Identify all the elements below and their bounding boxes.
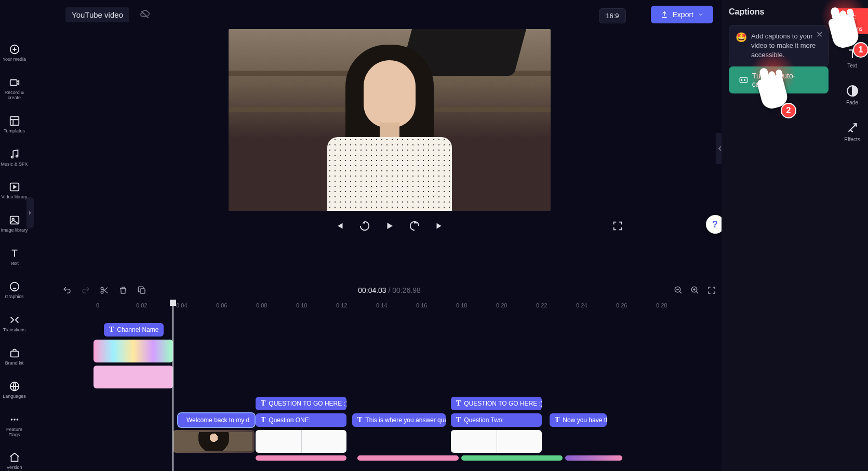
smiley-icon: 🤩: [736, 32, 747, 60]
redo-button[interactable]: [81, 286, 90, 295]
text-clip-answer[interactable]: T This is where you answer quest: [352, 413, 446, 427]
audio-clip-3[interactable]: [461, 455, 563, 461]
cloud-sync-icon: [140, 9, 150, 20]
fade-icon: [846, 84, 859, 98]
svg-point-13: [16, 419, 18, 421]
forward-button[interactable]: [409, 220, 420, 232]
cc-icon: [739, 76, 748, 84]
svg-point-11: [10, 419, 12, 421]
video-clip-thumb-1[interactable]: [173, 430, 255, 453]
duplicate-button[interactable]: [137, 286, 146, 295]
play-button[interactable]: [384, 220, 395, 232]
clip-label: Channel Name: [117, 326, 158, 333]
text-icon: T: [261, 399, 265, 408]
sidebar-expand-handle[interactable]: [26, 197, 34, 228]
split-button[interactable]: [100, 286, 109, 295]
fullscreen-button[interactable]: [612, 220, 623, 232]
sidebar-label: Record & create: [0, 90, 29, 101]
layout-icon: [9, 115, 20, 127]
text-clip-question-heading-1[interactable]: T QUESTION TO GO HERE :): [256, 397, 346, 410]
skip-previous-button[interactable]: [334, 220, 345, 232]
globe-icon: [9, 381, 20, 392]
sidebar-label: Feature Flags: [0, 427, 29, 438]
camera-icon: [9, 77, 20, 88]
video-preview[interactable]: [229, 29, 551, 211]
sidebar-label: Templates: [4, 129, 25, 134]
right-tab-captions[interactable]: CC Captions 1: [836, 8, 868, 34]
audio-clip-1[interactable]: [256, 455, 346, 461]
sidebar-music-sfx[interactable]: Music & SFX: [0, 146, 29, 169]
upload-icon: [660, 10, 669, 19]
sidebar-image-library[interactable]: Image library: [0, 212, 29, 235]
sidebar-record-create[interactable]: Record & create: [0, 75, 29, 103]
text-clip-q1[interactable]: T Question ONE:: [256, 413, 346, 427]
sidebar-label: Video library: [2, 195, 28, 200]
right-tab-label: Text: [847, 63, 857, 69]
svg-point-4: [16, 155, 18, 157]
turn-on-auto-captions-button[interactable]: Turn on auto-captions 2: [729, 66, 829, 93]
svg-rect-1: [10, 79, 17, 85]
zoom-fit-button[interactable]: [707, 286, 716, 295]
sidebar-label: Graphics: [5, 294, 23, 300]
chevron-down-icon: [698, 11, 704, 18]
auto-captions-label: Turn on auto-captions: [752, 72, 818, 88]
time-display: 00:04.03 / 00:26.98: [358, 286, 421, 294]
text-clip-q2[interactable]: T Question Two:: [451, 413, 542, 427]
sidebar-video-library[interactable]: Video library: [0, 179, 29, 202]
right-tab-label: Effects: [844, 137, 860, 142]
audio-clip-2[interactable]: [357, 455, 459, 461]
audio-clip-4[interactable]: [565, 455, 622, 461]
music-icon: [9, 149, 20, 160]
tag-icon: [9, 452, 20, 463]
text-clip-now[interactable]: T Now you have th: [550, 413, 607, 427]
dots-icon: [9, 414, 20, 425]
zoom-in-button[interactable]: [690, 286, 700, 295]
right-tab-text[interactable]: Text: [836, 45, 868, 71]
sidebar-text[interactable]: Text: [0, 246, 29, 268]
video-clip-white-2[interactable]: [451, 430, 542, 453]
sidebar-version[interactable]: Version 2b2ecd6: [0, 450, 29, 471]
captions-tip-card: 🤩 Add captions to your video to make it …: [729, 25, 829, 67]
sidebar-brand-kit[interactable]: Brand kit: [0, 345, 29, 368]
rewind-button[interactable]: [359, 220, 370, 232]
aspect-ratio-badge[interactable]: 16:9: [599, 8, 625, 23]
clip-label: Now you have th: [563, 416, 607, 424]
text-icon: T: [357, 416, 362, 424]
text-clip-welcome[interactable]: Welcome back to my d: [178, 413, 255, 427]
sidebar-label: Music & SFX: [1, 162, 28, 167]
sidebar-graphics[interactable]: Graphics: [0, 279, 29, 302]
close-tip-button[interactable]: ✕: [814, 30, 824, 39]
export-label: Export: [673, 10, 693, 19]
transitions-icon: [9, 314, 20, 326]
video-clip-holo[interactable]: [94, 340, 173, 362]
sidebar-feature-flags[interactable]: Feature Flags: [0, 412, 29, 440]
sidebar-your-media[interactable]: Your media: [0, 42, 29, 64]
text-icon: T: [456, 416, 461, 424]
sidebar-label: Text: [10, 261, 19, 266]
briefcase-icon: [9, 347, 20, 359]
sidebar-templates[interactable]: Templates: [0, 113, 29, 136]
zoom-out-button[interactable]: [674, 286, 683, 295]
clip-label: This is where you answer quest: [365, 416, 446, 424]
timeline-ruler[interactable]: 0 0:02 0:04 0:06 0:08 0:10 0:12 0:14 0:1…: [57, 300, 722, 311]
playhead[interactable]: [172, 300, 173, 471]
right-tab-fade[interactable]: Fade: [836, 82, 868, 107]
text-icon: T: [109, 326, 114, 334]
delete-button[interactable]: [118, 286, 128, 295]
sidebar-transitions[interactable]: Transitions: [0, 312, 29, 335]
sidebar-label: Your media: [3, 57, 26, 62]
clip-label: Welcome back to my d: [186, 416, 249, 424]
text-clip-channel-name[interactable]: T Channel Name: [104, 323, 164, 337]
video-clip-white-1[interactable]: [256, 430, 346, 453]
video-clip-pink[interactable]: [94, 366, 173, 388]
right-tab-effects[interactable]: Effects: [836, 119, 868, 144]
text-clip-question-heading-2[interactable]: T QUESTION TO GO HERE :): [451, 397, 542, 410]
project-title[interactable]: YouTube video: [65, 7, 129, 22]
sidebar-languages[interactable]: Languages: [0, 379, 29, 401]
undo-button[interactable]: [62, 286, 72, 295]
svg-rect-21: [740, 77, 747, 83]
export-button[interactable]: Export: [651, 6, 713, 23]
text-icon: T: [555, 416, 559, 424]
clip-label: Question ONE:: [269, 416, 311, 424]
skip-next-button[interactable]: [434, 220, 445, 232]
